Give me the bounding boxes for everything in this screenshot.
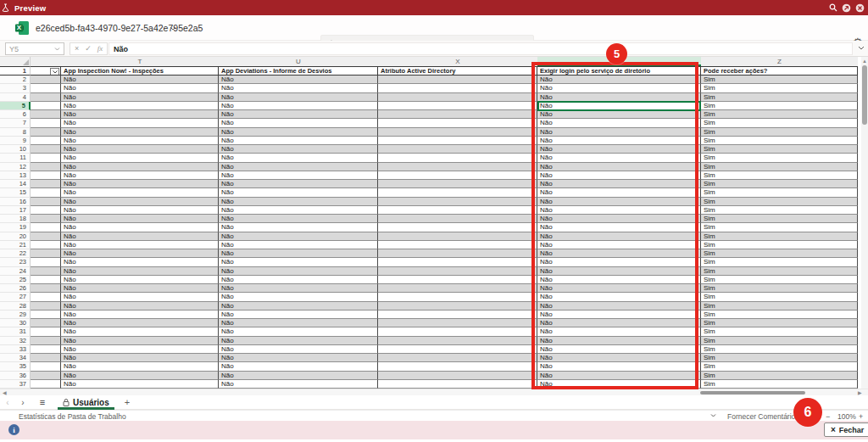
- grid-cell-T20[interactable]: Não: [61, 232, 219, 241]
- grid-cell-Z19[interactable]: Sim: [701, 223, 858, 232]
- grid-cell-Z14[interactable]: Sim: [701, 180, 858, 188]
- grid-cell-T10[interactable]: Não: [61, 145, 219, 154]
- grid-cell-s24[interactable]: [31, 267, 61, 276]
- grid-cell-X11[interactable]: [378, 154, 537, 162]
- row-header-4[interactable]: 4: [0, 93, 31, 102]
- all-sheets-menu-icon[interactable]: ≡: [34, 397, 51, 407]
- horizontal-scrollbar-thumb[interactable]: [700, 391, 805, 394]
- grid-cell-Z34[interactable]: Sim: [701, 354, 858, 362]
- grid-cell-U25[interactable]: Não: [219, 276, 378, 284]
- grid-cell-Z8[interactable]: Sim: [701, 128, 858, 137]
- grid-cell-U26[interactable]: Não: [219, 284, 378, 293]
- row-header-34[interactable]: 34: [0, 354, 31, 362]
- grid-cell-X27[interactable]: [378, 293, 537, 301]
- cancel-icon[interactable]: ×: [75, 45, 79, 53]
- grid-cell-s7[interactable]: [31, 119, 61, 127]
- grid-cell-T13[interactable]: Não: [61, 171, 219, 180]
- grid-cell-Z31[interactable]: Sim: [701, 327, 858, 336]
- select-all-corner[interactable]: [0, 57, 31, 66]
- column-letter-s[interactable]: [31, 57, 61, 66]
- grid-cell-U11[interactable]: Não: [219, 154, 378, 162]
- grid-cell-X10[interactable]: [378, 145, 537, 154]
- grid-cell-U24[interactable]: Não: [219, 267, 378, 276]
- grid-cell-Z9[interactable]: Sim: [701, 137, 858, 145]
- row-header-13[interactable]: 13: [0, 171, 31, 180]
- grid-cell-s31[interactable]: [31, 327, 61, 336]
- grid-cell-X7[interactable]: [378, 119, 537, 127]
- grid-cell-X4[interactable]: [378, 93, 537, 102]
- grid-cell-T6[interactable]: Não: [61, 110, 219, 119]
- row-header-30[interactable]: 30: [0, 319, 31, 327]
- grid-cell-X22[interactable]: [378, 249, 537, 258]
- grid-cell-U9[interactable]: Não: [219, 137, 378, 145]
- name-box[interactable]: Y5: [5, 42, 64, 55]
- grid-cell-X31[interactable]: [378, 327, 537, 336]
- row-header-14[interactable]: 14: [0, 180, 31, 188]
- grid-cell-U17[interactable]: Não: [219, 206, 378, 215]
- row-header-35[interactable]: 35: [0, 362, 31, 371]
- grid-cell-T30[interactable]: Não: [61, 319, 219, 327]
- vertical-scrollbar[interactable]: ▲: [861, 57, 868, 389]
- header-cell-s[interactable]: [31, 66, 61, 76]
- grid-cell-U5[interactable]: Não: [219, 102, 378, 110]
- grid-cell-Z22[interactable]: Sim: [701, 249, 858, 258]
- grid-cell-T23[interactable]: Não: [61, 258, 219, 266]
- horizontal-scrollbar[interactable]: ◀ ▶: [0, 389, 868, 395]
- grid-cell-s17[interactable]: [31, 206, 61, 215]
- grid-cell-s22[interactable]: [31, 249, 61, 258]
- grid-cell-Z35[interactable]: Sim: [701, 362, 858, 371]
- grid-cell-X15[interactable]: [378, 188, 537, 197]
- grid-cell-X17[interactable]: [378, 206, 537, 215]
- row-header-17[interactable]: 17: [0, 206, 31, 215]
- grid-cell-Z20[interactable]: Sim: [701, 232, 858, 241]
- header-cell-X[interactable]: Atributo Active Directory: [378, 66, 537, 76]
- grid-cell-T34[interactable]: Não: [61, 354, 219, 362]
- grid-cell-s4[interactable]: [31, 93, 61, 102]
- row-header-5[interactable]: 5: [0, 102, 31, 110]
- grid-cell-T22[interactable]: Não: [61, 249, 219, 258]
- grid-cell-U37[interactable]: Não: [219, 380, 378, 389]
- row-header-6[interactable]: 6: [0, 110, 31, 119]
- grid-cell-X20[interactable]: [378, 232, 537, 241]
- grid-cell-X35[interactable]: [378, 362, 537, 371]
- row-header-19[interactable]: 19: [0, 223, 31, 232]
- grid-cell-Z27[interactable]: Sim: [701, 293, 858, 301]
- grid-cell-T31[interactable]: Não: [61, 327, 219, 336]
- grid-cell-X6[interactable]: [378, 110, 537, 119]
- grid-cell-U14[interactable]: Não: [219, 180, 378, 188]
- grid-cell-U10[interactable]: Não: [219, 145, 378, 154]
- grid-cell-U27[interactable]: Não: [219, 293, 378, 301]
- next-sheet-button[interactable]: ›: [15, 398, 31, 407]
- grid-cell-X30[interactable]: [378, 319, 537, 327]
- grid-cell-T21[interactable]: Não: [61, 241, 219, 249]
- row-header-31[interactable]: 31: [0, 327, 31, 336]
- grid-cell-Z23[interactable]: Sim: [701, 258, 858, 266]
- grid-cell-X12[interactable]: [378, 163, 537, 171]
- grid-cell-U6[interactable]: Não: [219, 110, 378, 119]
- add-sheet-button[interactable]: +: [125, 397, 130, 407]
- grid-cell-T37[interactable]: Não: [61, 380, 219, 389]
- grid-cell-Z2[interactable]: Sim: [701, 76, 858, 84]
- grid-cell-s37[interactable]: [31, 380, 61, 389]
- grid-cell-Z5[interactable]: Sim: [701, 102, 858, 110]
- grid-cell-T24[interactable]: Não: [61, 267, 219, 276]
- grid-cell-Z10[interactable]: Sim: [701, 145, 858, 154]
- grid-cell-X37[interactable]: [378, 380, 537, 389]
- grid-cell-T29[interactable]: Não: [61, 311, 219, 319]
- filter-dropdown-icon[interactable]: [50, 68, 59, 76]
- row-header-11[interactable]: 11: [0, 154, 31, 162]
- chevron-down-icon[interactable]: [170, 26, 176, 31]
- row-header-7[interactable]: 7: [0, 119, 31, 127]
- row-header-32[interactable]: 32: [0, 337, 31, 345]
- close-window-icon[interactable]: [855, 3, 865, 13]
- grid-cell-X8[interactable]: [378, 128, 537, 137]
- row-header-16[interactable]: 16: [0, 198, 31, 206]
- grid-cell-X28[interactable]: [378, 302, 537, 311]
- header-cell-T[interactable]: App Inspection Now! - Inspeções: [61, 66, 219, 76]
- row-header-21[interactable]: 21: [0, 241, 31, 249]
- grid-cell-s8[interactable]: [31, 128, 61, 137]
- row-header-24[interactable]: 24: [0, 267, 31, 276]
- row-header-25[interactable]: 25: [0, 276, 31, 284]
- row-header-37[interactable]: 37: [0, 380, 31, 389]
- grid-cell-U21[interactable]: Não: [219, 241, 378, 249]
